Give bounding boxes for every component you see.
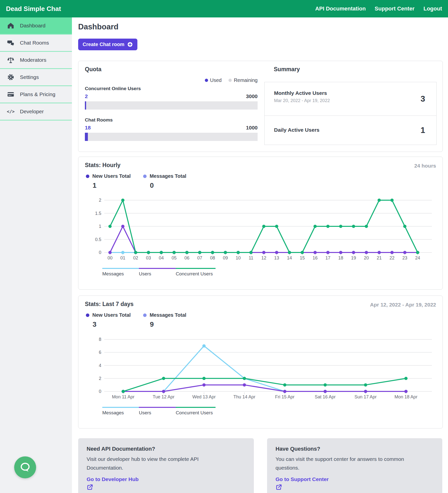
svg-text:22: 22 (390, 255, 394, 260)
summary-title: Summary (274, 66, 300, 73)
svg-text:01: 01 (120, 255, 125, 260)
svg-text:Mon 11 Apr: Mon 11 Apr (112, 394, 135, 399)
svg-text:Sun 17 Apr: Sun 17 Apr (354, 394, 377, 399)
quota-limit-value: 1000 (246, 125, 258, 131)
stat-total-new-users-total: New Users Total3 (86, 312, 131, 328)
sidebar-item-chat-rooms[interactable]: Chat Rooms (0, 35, 72, 52)
app-canvas: Dead Simple Chat API DocumentationSuppor… (0, 0, 448, 493)
sidebar-item-label: Chat Rooms (20, 40, 49, 46)
svg-text:20: 20 (364, 255, 369, 260)
svg-text:Fri 15 Apr: Fri 15 Apr (275, 394, 294, 399)
stat-total-value: 3 (93, 320, 131, 328)
quota-progress-bar (85, 133, 258, 141)
svg-text:23: 23 (402, 255, 407, 260)
svg-text:Sat 16 Apr: Sat 16 Apr (315, 394, 336, 399)
nav-link-logout[interactable]: Logout (423, 5, 442, 12)
summary-date-range: Mar 20, 2022 - Apr 19, 2022 (274, 98, 330, 103)
external-link-icon[interactable] (276, 484, 282, 491)
stat-total-value: 0 (150, 182, 186, 189)
svg-text:8: 8 (99, 337, 101, 342)
svg-text:0: 0 (99, 250, 101, 255)
stats-week-totals: New Users Total3Messages Total9 (86, 312, 186, 328)
support-center-link[interactable]: Go to Support Center (276, 476, 329, 482)
api-docs-card: Need API Documentation? Visit our develo… (78, 438, 254, 493)
summary-value: 1 (421, 125, 425, 135)
stat-total-new-users-total: New Users Total1 (86, 173, 131, 189)
credit-card-icon (7, 91, 14, 98)
svg-text:09: 09 (223, 255, 228, 260)
chart-legend-concurrent-users[interactable]: Concurrent Users (176, 407, 216, 416)
hourly-chart-legend: MessagesUsersConcurrent Users (102, 268, 216, 277)
svg-text:15: 15 (300, 255, 305, 260)
svg-text:04: 04 (159, 255, 164, 260)
chart-legend-users[interactable]: Users (139, 407, 176, 416)
sidebar-item-settings[interactable]: Settings (0, 69, 72, 86)
external-link-icon[interactable] (87, 484, 93, 491)
legend-dot-icon (143, 175, 147, 178)
chart-legend-users[interactable]: Users (139, 268, 176, 277)
summary-value: 3 (421, 94, 425, 104)
legend-dot-icon (86, 313, 89, 317)
chart-legend-messages[interactable]: Messages (102, 407, 139, 416)
legend-dot-icon (143, 313, 147, 317)
sidebar-item-developer[interactable]: </>Developer (0, 103, 72, 121)
used-dot-icon (205, 79, 208, 82)
svg-text:</>: </> (7, 109, 14, 114)
stats-week-range: Apr 12, 2022 - Apr 19, 2022 (370, 302, 436, 308)
svg-text:6: 6 (99, 350, 101, 355)
svg-text:1: 1 (99, 224, 101, 229)
stat-total-messages-total: Messages Total0 (143, 173, 186, 189)
nav-link-support-center[interactable]: Support Center (375, 5, 414, 12)
sidebar-item-label: Dashboard (20, 23, 46, 29)
nav-links: API DocumentationSupport CenterLogout (315, 0, 442, 17)
stat-total-label: New Users Total (92, 173, 131, 179)
svg-text:07: 07 (197, 255, 202, 260)
create-chat-room-button[interactable]: Create Chat room (78, 39, 137, 50)
chat-bubble-icon (19, 461, 32, 474)
svg-text:0.5: 0.5 (95, 237, 101, 242)
nav-link-api-documentation[interactable]: API Documentation (315, 5, 366, 12)
quota-title: Quota (85, 66, 101, 73)
sidebar-item-moderators[interactable]: Moderators (0, 52, 72, 69)
svg-text:2: 2 (99, 198, 101, 203)
support-heading: Have Questions? (276, 446, 320, 452)
svg-text:10: 10 (236, 255, 241, 260)
svg-text:13: 13 (274, 255, 279, 260)
quota-limit-value: 3000 (246, 93, 258, 99)
legend-used-label: Used (210, 77, 222, 83)
chart-legend-messages[interactable]: Messages (102, 268, 139, 277)
stats-week-card: Stats: Last 7 days Apr 12, 2022 - Apr 19… (78, 296, 443, 429)
developer-hub-link[interactable]: Go to Developer Hub (87, 476, 139, 482)
code-icon: </> (7, 108, 14, 115)
summary-boxes: Monthly Active UsersMar 20, 2022 - Apr 1… (264, 82, 437, 145)
chart-legend-concurrent-users[interactable]: Concurrent Users (176, 268, 216, 277)
stat-total-messages-total: Messages Total9 (143, 312, 186, 328)
sidebar-item-dashboard[interactable]: Dashboard (0, 17, 72, 35)
legend-dot-icon (86, 175, 89, 178)
hourly-line-chart: 00.511.520001020304050607080910111213141… (78, 197, 443, 266)
stat-total-label: Messages Total (150, 173, 186, 179)
quota-progress-fill (85, 133, 88, 141)
summary-box-daily-active-users: Daily Active Users1 (264, 116, 437, 145)
app-title: Dead Simple Chat (6, 0, 61, 17)
home-icon (7, 22, 14, 29)
svg-text:Mon 18 Apr: Mon 18 Apr (394, 394, 417, 399)
stat-total-value: 1 (93, 182, 131, 189)
api-docs-body: Visit our developer hub to view the comp… (87, 455, 236, 472)
plus-circle-icon (127, 42, 133, 47)
scales-icon (7, 56, 14, 64)
top-navbar: Dead Simple Chat API DocumentationSuppor… (0, 0, 448, 17)
svg-text:21: 21 (377, 255, 382, 260)
legend-remaining: Remaining (228, 77, 258, 83)
week-line-chart: 02468Mon 11 AprTue 12 AprWed 13 AprThu 1… (78, 336, 443, 405)
gear-icon (7, 73, 14, 81)
svg-text:2: 2 (99, 376, 101, 381)
svg-text:12: 12 (261, 255, 266, 260)
stats-hourly-title: Stats: Hourly (85, 162, 120, 169)
svg-text:24: 24 (415, 255, 420, 260)
svg-text:08: 08 (210, 255, 215, 260)
svg-text:16: 16 (313, 255, 318, 260)
chat-widget-button[interactable] (14, 456, 36, 478)
sidebar-item-plans-pricing[interactable]: Plans & Pricing (0, 86, 72, 103)
page-title: Dashboard (78, 22, 118, 31)
